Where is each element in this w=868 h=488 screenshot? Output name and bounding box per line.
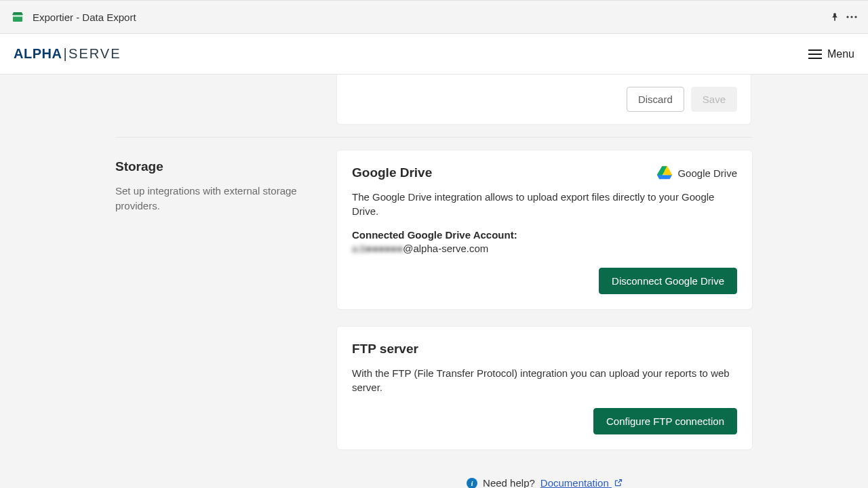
- gdrive-card: Google Drive: [336, 150, 753, 310]
- app-header: ALPHA|SERVE Menu: [0, 34, 868, 75]
- ftp-desc: With the FTP (File Transfer Protocol) in…: [352, 366, 737, 394]
- gdrive-icon: [657, 166, 672, 180]
- ellipsis-icon[interactable]: [846, 12, 857, 22]
- gdrive-header: Google Drive: [352, 165, 737, 180]
- card-actions-row: Discard Save: [351, 87, 737, 112]
- topbar-left: Exportier - Data Export: [11, 11, 136, 23]
- gdrive-email-domain: @alpha-serve.com: [403, 243, 488, 254]
- svg-marker-11: [657, 175, 672, 179]
- app-icon: [11, 11, 24, 23]
- svg-point-4: [846, 16, 848, 18]
- logo-serve: SERVE: [68, 46, 121, 61]
- gdrive-title: Google Drive: [352, 165, 432, 180]
- discard-button[interactable]: Discard: [627, 87, 684, 112]
- ftp-card: FTP server With the FTP (File Transfer P…: [336, 326, 753, 450]
- menu-label: Menu: [827, 48, 854, 60]
- gdrive-desc: The Google Drive integration allows to u…: [352, 190, 737, 218]
- content-area: Discard Save Storage Set up integrations…: [0, 75, 868, 488]
- gdrive-connected-label: Connected Google Drive Account:: [352, 229, 517, 241]
- menu-button[interactable]: Menu: [808, 48, 854, 60]
- gdrive-actions: Disconnect Google Drive: [352, 268, 737, 294]
- external-link-icon: [614, 477, 623, 488]
- ftp-actions: Configure FTP connection: [352, 408, 737, 434]
- storage-title: Storage: [115, 159, 316, 174]
- info-icon: i: [467, 478, 477, 489]
- svg-point-5: [850, 16, 852, 18]
- hamburger-icon: [808, 49, 822, 59]
- gdrive-tag: Google Drive: [657, 166, 737, 180]
- disconnect-gdrive-button[interactable]: Disconnect Google Drive: [599, 268, 737, 294]
- topbar-right: [830, 12, 857, 22]
- storage-desc: Set up integrations with external storag…: [115, 184, 316, 214]
- ftp-title: FTP server: [352, 342, 418, 357]
- logo[interactable]: ALPHA|SERVE: [14, 46, 121, 62]
- storage-section-right: Google Drive: [336, 150, 753, 450]
- configure-ftp-button[interactable]: Configure FTP connection: [593, 408, 737, 434]
- ftp-header: FTP server: [352, 342, 737, 357]
- svg-rect-2: [13, 15, 22, 17]
- help-row: i Need help? Documentation: [115, 477, 753, 488]
- logo-bar: |: [62, 46, 68, 61]
- gdrive-connected-email: a.b●●●●●●@alpha-serve.com: [352, 243, 737, 254]
- app-topbar: Exportier - Data Export: [0, 0, 868, 34]
- prev-card-actions: Discard Save: [336, 75, 751, 125]
- app-title: Exportier - Data Export: [33, 12, 136, 23]
- logo-alpha: ALPHA: [14, 46, 62, 61]
- documentation-link-label: Documentation: [540, 477, 609, 488]
- pin-icon[interactable]: [830, 12, 840, 22]
- save-button: Save: [691, 87, 737, 112]
- storage-section: Storage Set up integrations with externa…: [115, 137, 753, 450]
- storage-section-left: Storage Set up integrations with externa…: [115, 150, 336, 450]
- content-inner: Discard Save Storage Set up integrations…: [115, 75, 753, 488]
- documentation-link[interactable]: Documentation: [540, 477, 623, 488]
- gdrive-tag-label: Google Drive: [677, 167, 737, 179]
- svg-point-6: [854, 16, 856, 18]
- gdrive-email-hidden: a.b●●●●●●: [352, 243, 403, 254]
- help-prompt: Need help?: [483, 477, 535, 488]
- svg-rect-3: [834, 18, 835, 21]
